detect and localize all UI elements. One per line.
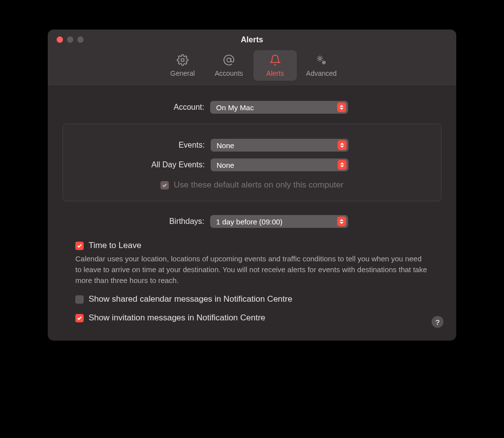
minimize-window-button[interactable]: [67, 36, 73, 43]
tab-label: Alerts: [266, 69, 284, 77]
content-area: Account: On My Mac Events: None All Day …: [48, 86, 456, 341]
allday-label: All Day Events:: [73, 160, 211, 169]
gears-icon: [315, 54, 327, 67]
traffic-lights: [48, 36, 84, 43]
zoom-window-button[interactable]: [77, 36, 84, 43]
show-invitation-checkbox[interactable]: [75, 314, 84, 322]
chevron-up-down-icon: [337, 102, 346, 112]
time-to-leave-description: Calendar uses your location, locations o…: [75, 253, 429, 285]
tab-label: General: [170, 69, 195, 77]
help-label: ?: [435, 318, 440, 326]
help-button[interactable]: ?: [432, 316, 443, 328]
allday-value: None: [217, 161, 234, 169]
events-value: None: [217, 141, 234, 150]
account-label: Account:: [63, 103, 210, 112]
show-shared-block: Show shared calendar messages in Notific…: [75, 294, 429, 304]
svg-point-2: [319, 58, 321, 60]
bell-icon: [269, 54, 281, 67]
tab-label: Advanced: [306, 69, 337, 77]
chevron-up-down-icon: [338, 140, 346, 150]
close-window-button[interactable]: [57, 36, 63, 43]
tab-label: Accounts: [215, 69, 243, 77]
show-shared-label: Show shared calendar messages in Notific…: [89, 294, 292, 304]
allday-select[interactable]: None: [211, 158, 348, 171]
birthdays-select[interactable]: 1 day before (09:00): [210, 215, 348, 228]
only-this-computer-checkbox: [160, 181, 169, 189]
show-invitation-block: Show invitation messages in Notification…: [75, 313, 429, 323]
account-select[interactable]: On My Mac: [210, 101, 348, 114]
events-label: Events:: [73, 141, 211, 150]
tab-advanced[interactable]: Advanced: [300, 50, 343, 81]
show-invitation-row: Show invitation messages in Notification…: [75, 313, 429, 323]
time-to-leave-row: Time to Leave: [75, 241, 429, 250]
svg-point-3: [323, 62, 324, 63]
svg-point-1: [227, 58, 231, 62]
only-this-computer-row: Use these default alerts on only this co…: [73, 180, 431, 190]
birthdays-row: Birthdays: 1 day before (09:00): [63, 215, 441, 228]
time-to-leave-block: Time to Leave Calendar uses your locatio…: [75, 241, 429, 285]
birthdays-label: Birthdays:: [63, 217, 210, 226]
time-to-leave-label: Time to Leave: [89, 241, 141, 250]
tab-alerts[interactable]: Alerts: [253, 50, 297, 81]
chevron-up-down-icon: [337, 217, 346, 226]
gear-icon: [177, 54, 189, 67]
svg-point-0: [181, 59, 184, 62]
events-row: Events: None: [73, 139, 431, 152]
chevron-up-down-icon: [338, 160, 346, 170]
allday-row: All Day Events: None: [73, 158, 431, 171]
account-row: Account: On My Mac: [63, 101, 441, 114]
time-to-leave-checkbox[interactable]: [75, 242, 84, 250]
toolbar: General Accounts Alerts: [48, 44, 456, 86]
titlebar: Alerts General Accounts: [48, 30, 456, 86]
only-this-computer-label: Use these default alerts on only this co…: [174, 180, 344, 190]
birthdays-value: 1 day before (09:00): [216, 218, 283, 226]
show-shared-row: Show shared calendar messages in Notific…: [75, 294, 429, 304]
default-alerts-group: Events: None All Day Events: None Use th…: [63, 124, 441, 201]
events-select[interactable]: None: [211, 139, 348, 152]
show-shared-checkbox[interactable]: [75, 295, 84, 304]
window-title: Alerts: [48, 35, 456, 44]
at-sign-icon: [223, 54, 235, 67]
tab-accounts[interactable]: Accounts: [207, 50, 251, 81]
preferences-window: Alerts General Accounts: [48, 30, 456, 341]
account-value: On My Mac: [216, 103, 254, 112]
tab-general[interactable]: General: [161, 50, 204, 81]
show-invitation-label: Show invitation messages in Notification…: [89, 313, 265, 323]
